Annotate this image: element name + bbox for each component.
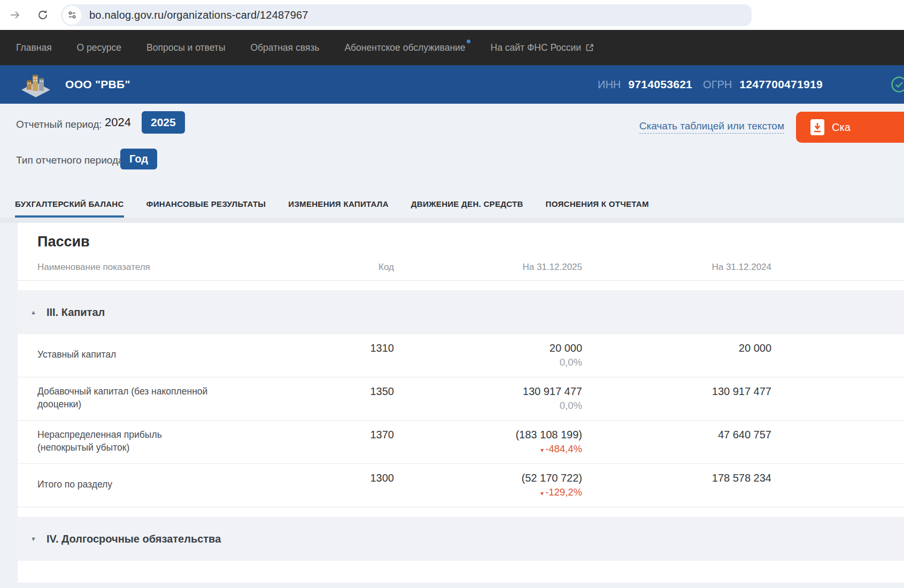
nav-item-about[interactable]: О ресурсе	[77, 42, 121, 53]
expand-icon: ▼	[30, 536, 36, 542]
tab-cash-flow[interactable]: ДВИЖЕНИЕ ДЕН. СРЕДСТВ	[411, 199, 523, 218]
period-2025-button[interactable]: 2025	[142, 111, 185, 134]
tab-balance-sheet[interactable]: БУХГАЛТЕРСКИЙ БАЛАНС	[15, 199, 124, 218]
nav-item-feedback[interactable]: Обратная связь	[250, 42, 319, 53]
row-value-2024: 20 000	[582, 341, 771, 354]
table-row: Итого по разделу 1300 (52 170 722) ▾-129…	[18, 464, 904, 507]
nav-item-fns-site[interactable]: На сайт ФНС России	[491, 42, 594, 53]
header-name: Наименование показателя	[37, 262, 214, 273]
header-period-2024: На 31.12.2024	[582, 262, 771, 273]
reload-icon	[36, 9, 49, 21]
row-change-pct: -484,4%	[545, 443, 582, 454]
period-label: Отчетный период:	[16, 119, 102, 130]
nav-item-label: Абонентское обслуживание	[344, 42, 465, 53]
table-header-row: Наименование показателя Код На 31.12.202…	[18, 262, 904, 281]
download-file-icon	[810, 119, 825, 136]
organization-ids: ИНН 9714053621 ОГРН 1247700471919	[598, 65, 823, 104]
address-bar[interactable]: bo.nalog.gov.ru/organizations-card/12487…	[61, 4, 752, 26]
tab-report-notes[interactable]: ПОЯСНЕНИЯ К ОТЧЕТАМ	[546, 199, 649, 218]
row-name: Нераспределенная прибыль (непокрытый убы…	[37, 429, 214, 454]
tab-capital-changes[interactable]: ИЗМЕНЕНИЯ КАПИТАЛА	[288, 199, 388, 218]
period-type-year-button[interactable]: Год	[120, 149, 157, 169]
section-title: III. Капитал	[47, 306, 105, 319]
table-row: Нераспределенная прибыль (непокрытый убы…	[18, 421, 904, 464]
row-value-2024: 47 640 757	[582, 428, 771, 441]
row-code: 1370	[214, 428, 394, 441]
organization-name: ООО "РВБ"	[65, 78, 130, 91]
nav-item-home[interactable]: Главная	[16, 42, 52, 53]
row-change-pct: 0,0%	[394, 357, 582, 368]
arrow-forward-icon	[9, 9, 21, 21]
browser-toolbar: bo.nalog.gov.ru/organizations-card/12487…	[0, 0, 904, 30]
row-value-2025: 130 917 477	[394, 385, 582, 398]
inn-value: 9714053621	[628, 78, 692, 91]
trend-down-icon: ▾	[540, 446, 544, 454]
tab-financial-results[interactable]: ФИНАНСОВЫЕ РЕЗУЛЬТАТЫ	[146, 199, 266, 218]
inn-label: ИНН	[598, 79, 621, 91]
notification-dot	[467, 40, 470, 43]
download-table-link[interactable]: Скачать таблицей или текстом	[639, 120, 784, 134]
section-title: IV. Долгосрочные обязательства	[47, 533, 221, 545]
row-name: Уставный капитал	[37, 349, 214, 361]
row-value-2025: (52 170 722)	[394, 472, 582, 484]
main-navigation: Главная О ресурсе Вопросы и ответы Обрат…	[0, 30, 904, 65]
nav-item-label: Обратная связь	[250, 42, 319, 53]
page-title: Пассив	[37, 234, 904, 250]
row-value-2025: 20 000	[394, 342, 582, 354]
verified-check-icon	[891, 76, 904, 93]
tab-strip-divider	[0, 218, 904, 223]
period-type-label: Тип отчетного периода:	[16, 154, 127, 166]
period-2024-button[interactable]: 2024	[105, 115, 131, 129]
report-filters: Отчетный период: 2024 2025 Скачать табли…	[0, 104, 904, 184]
row-code: 1300	[214, 471, 394, 484]
row-name: Итого по разделу	[37, 478, 214, 491]
nav-item-subscription[interactable]: Абонентское обслуживание	[344, 42, 465, 53]
section-capital-header[interactable]: ▲ III. Капитал	[18, 290, 904, 334]
table-row: Добавочный капитал (без накопленной дооц…	[18, 377, 904, 421]
download-button-label: Ска	[832, 121, 851, 134]
ogrn-label: ОГРН	[703, 79, 732, 91]
organization-buildings-icon	[20, 72, 51, 97]
site-settings-button[interactable]	[63, 6, 81, 25]
report-tabs: БУХГАЛТЕРСКИЙ БАЛАНС ФИНАНСОВЫЕ РЕЗУЛЬТА…	[0, 184, 904, 218]
table-row: Уставный капитал 1310 20 000 0,0% 20 000	[18, 334, 904, 377]
nav-item-label: На сайт ФНС России	[491, 42, 582, 53]
organization-header: ООО "РВБ" ИНН 9714053621 ОГРН 1247700471…	[0, 65, 904, 104]
collapse-icon: ▲	[30, 309, 36, 315]
nav-item-label: Вопросы и ответы	[146, 42, 225, 53]
row-value-2024: 130 917 477	[582, 384, 771, 398]
forward-button[interactable]	[4, 4, 26, 26]
row-change-pct: -129,2%	[545, 486, 582, 498]
ogrn-value: 1247700471919	[739, 78, 823, 91]
row-value-2025: (183 108 199)	[394, 429, 582, 441]
trend-down-icon: ▾	[540, 490, 544, 497]
nav-item-label: Главная	[16, 42, 52, 53]
nav-item-label: О ресурсе	[77, 42, 121, 53]
external-link-icon	[585, 43, 594, 52]
header-period-2025: На 31.12.2025	[394, 262, 582, 273]
balance-sheet-card: Пассив Наименование показателя Код На 31…	[18, 223, 904, 583]
nav-item-faq[interactable]: Вопросы и ответы	[146, 42, 225, 53]
row-code: 1350	[214, 384, 394, 398]
row-value-2024: 178 578 234	[582, 471, 771, 484]
site-settings-icon	[67, 10, 77, 20]
download-button[interactable]: Ска	[796, 112, 904, 143]
section-long-term-liabilities-header[interactable]: ▼ IV. Долгосрочные обязательства	[18, 517, 904, 561]
reload-button[interactable]	[32, 4, 53, 26]
row-code: 1310	[214, 341, 394, 354]
row-name: Добавочный капитал (без накопленной дооц…	[37, 385, 214, 411]
url-text: bo.nalog.gov.ru/organizations-card/12487…	[89, 9, 308, 21]
row-change-pct: 0,0%	[394, 400, 582, 412]
header-code: Код	[214, 262, 394, 273]
